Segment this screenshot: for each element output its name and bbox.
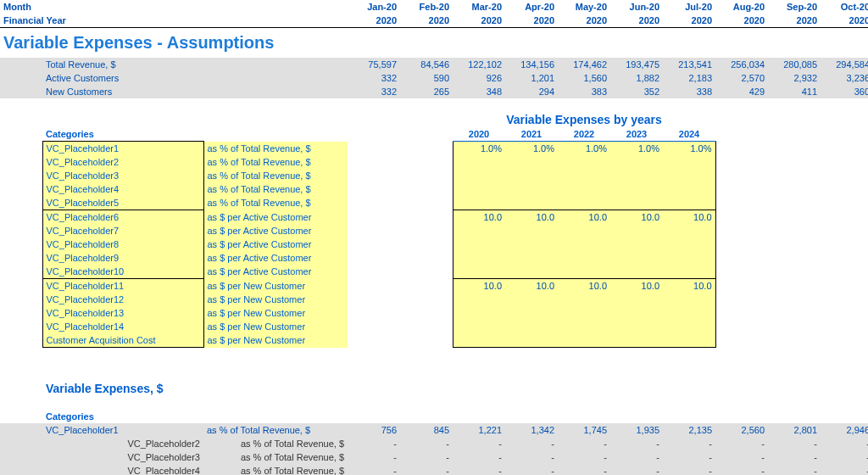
ve-cell[interactable]: 10.0	[453, 279, 505, 293]
ve-cell[interactable]	[505, 169, 558, 182]
ve-cell[interactable]	[558, 265, 610, 279]
ve-cell[interactable]	[663, 238, 715, 251]
ve-cell[interactable]	[663, 293, 715, 306]
ve-cell[interactable]	[453, 169, 505, 182]
ve-cell[interactable]	[663, 224, 715, 238]
cat-name[interactable]: VC_Placeholder4	[42, 182, 203, 196]
ve-cell[interactable]	[610, 306, 663, 320]
cat-name[interactable]: VC_Placeholder13	[42, 306, 203, 320]
ve-cell[interactable]: 1.0%	[453, 142, 505, 156]
ve-cell[interactable]	[505, 224, 558, 238]
exp-val: -	[400, 464, 453, 475]
cat-name[interactable]: VC_Placeholder7	[42, 224, 203, 238]
ve-cell[interactable]	[505, 320, 558, 333]
exp-val: -	[768, 437, 821, 450]
ve-cell[interactable]	[610, 169, 663, 182]
sheet[interactable]: MonthJan-20Feb-20Mar-20Apr-20May-20Jun-2…	[0, 0, 868, 475]
ve-cell[interactable]: 10.0	[663, 279, 715, 293]
ve-cell[interactable]	[610, 182, 663, 196]
ve-cell[interactable]	[663, 265, 715, 279]
ve-cell[interactable]	[610, 251, 663, 265]
exp-val: -	[821, 464, 868, 475]
ve-cell[interactable]	[453, 238, 505, 251]
ve-cell[interactable]	[505, 155, 558, 169]
ve-cell[interactable]	[453, 251, 505, 265]
ve-cell[interactable]	[453, 333, 505, 348]
ve-cell[interactable]: 10.0	[453, 210, 505, 225]
exp-val: 2,135	[663, 423, 715, 437]
cat-name[interactable]: VC_Placeholder3	[42, 169, 203, 182]
ve-cell[interactable]	[558, 293, 610, 306]
ve-cell[interactable]	[558, 155, 610, 169]
ve-cell[interactable]	[663, 333, 715, 348]
metric-val: 1,882	[610, 71, 663, 85]
ve-cell[interactable]	[558, 333, 610, 348]
cat-name[interactable]: VC_Placeholder1	[42, 142, 203, 156]
ve-cell[interactable]	[558, 196, 610, 210]
ve-cell[interactable]	[610, 293, 663, 306]
ve-cell[interactable]	[610, 238, 663, 251]
ve-cell[interactable]	[663, 182, 715, 196]
ve-cell[interactable]	[505, 333, 558, 348]
ve-cell[interactable]: 10.0	[610, 210, 663, 225]
ve-cell[interactable]	[558, 306, 610, 320]
ve-cell[interactable]: 10.0	[610, 279, 663, 293]
ve-cell[interactable]	[558, 224, 610, 238]
ve-cell[interactable]	[505, 293, 558, 306]
ve-cell[interactable]	[505, 251, 558, 265]
ve-cell[interactable]	[505, 265, 558, 279]
cat-name[interactable]: VC_Placeholder2	[42, 155, 203, 169]
ve-cell[interactable]	[558, 238, 610, 251]
ve-cell[interactable]	[505, 196, 558, 210]
ve-cell[interactable]	[663, 306, 715, 320]
ve-cell[interactable]	[663, 155, 715, 169]
ve-cell[interactable]	[505, 306, 558, 320]
cat-name[interactable]: VC_Placeholder12	[42, 293, 203, 306]
ve-cell[interactable]: 1.0%	[558, 142, 610, 156]
cat-name[interactable]: VC_Placeholder8	[42, 238, 203, 251]
ve-cell[interactable]: 1.0%	[505, 142, 558, 156]
ve-cell[interactable]: 10.0	[558, 279, 610, 293]
ve-cell[interactable]	[663, 169, 715, 182]
ve-cell[interactable]	[663, 320, 715, 333]
cat-name[interactable]: Customer Acquisition Cost	[42, 333, 203, 348]
metric-val: 2,932	[768, 71, 821, 85]
ve-cell[interactable]	[558, 169, 610, 182]
ve-cell[interactable]	[453, 265, 505, 279]
cat-name[interactable]: VC_Placeholder9	[42, 251, 203, 265]
ve-cell[interactable]	[453, 293, 505, 306]
ve-cell[interactable]: 10.0	[505, 279, 558, 293]
cat-name[interactable]: VC_Placeholder6	[42, 210, 203, 225]
ve-cell[interactable]: 10.0	[663, 210, 715, 225]
ve-cell[interactable]	[505, 182, 558, 196]
ve-cell[interactable]: 1.0%	[610, 142, 663, 156]
cat-name[interactable]: VC_Placeholder5	[42, 196, 203, 210]
ve-cell[interactable]	[505, 238, 558, 251]
ve-cell[interactable]	[610, 155, 663, 169]
ve-cell[interactable]	[453, 320, 505, 333]
ve-cell[interactable]	[453, 196, 505, 210]
ve-cell[interactable]	[610, 224, 663, 238]
ve-cell[interactable]	[663, 251, 715, 265]
ve-cell[interactable]	[610, 333, 663, 348]
cat-name[interactable]: VC_Placeholder11	[42, 279, 203, 293]
exp-name: VC_Placeholder3	[42, 450, 203, 464]
exp-name: VC_Placeholder1	[42, 423, 203, 437]
blank	[348, 238, 453, 251]
ve-cell[interactable]	[453, 182, 505, 196]
ve-cell[interactable]	[453, 306, 505, 320]
cat-name[interactable]: VC_Placeholder14	[42, 320, 203, 333]
ve-cell[interactable]: 10.0	[558, 210, 610, 225]
ve-cell[interactable]: 10.0	[505, 210, 558, 225]
ve-cell[interactable]	[453, 224, 505, 238]
ve-cell[interactable]	[453, 155, 505, 169]
ve-cell[interactable]	[610, 196, 663, 210]
ve-cell[interactable]	[610, 320, 663, 333]
ve-cell[interactable]	[610, 265, 663, 279]
ve-cell[interactable]	[558, 320, 610, 333]
ve-cell[interactable]	[558, 251, 610, 265]
ve-cell[interactable]: 1.0%	[663, 142, 715, 156]
ve-cell[interactable]	[663, 196, 715, 210]
ve-cell[interactable]	[558, 182, 610, 196]
cat-name[interactable]: VC_Placeholder10	[42, 265, 203, 279]
